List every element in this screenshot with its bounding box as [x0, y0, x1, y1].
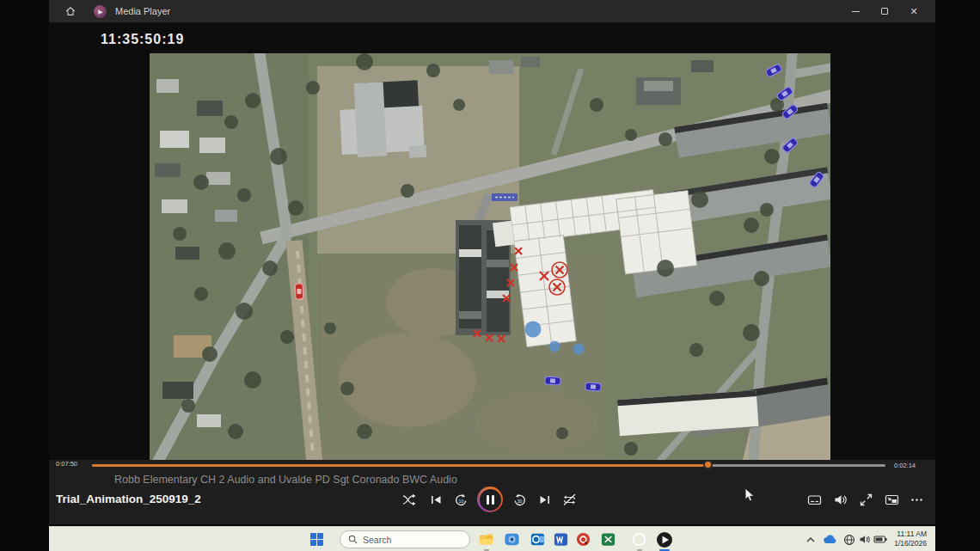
- app-title: Media Player: [115, 6, 170, 16]
- media-player-window: ▶ Media Player ✕ 11:35:50:19: [49, 0, 935, 524]
- taskbar-app-excel[interactable]: [599, 530, 617, 548]
- shuffle-icon: [402, 493, 417, 507]
- close-icon: ✕: [910, 6, 917, 17]
- skip-back-10-icon: 10: [454, 493, 469, 507]
- battery-icon: [873, 535, 887, 544]
- skip-forward-30-icon: 30: [512, 493, 527, 507]
- word-app-icon: [553, 531, 569, 548]
- home-icon: [64, 5, 77, 17]
- seek-thumb[interactable]: [703, 460, 713, 469]
- skip-forward-button[interactable]: 30: [511, 492, 527, 507]
- video-timestamp-overlay: 11:35:50:19: [101, 32, 184, 47]
- maximize-button[interactable]: [870, 0, 899, 22]
- red-vehicle: [295, 284, 303, 299]
- subtitles-icon: [807, 493, 822, 507]
- subtitles-button[interactable]: [806, 492, 822, 507]
- fullscreen-icon: [859, 493, 873, 507]
- titlebar: ▶ Media Player ✕: [49, 0, 935, 22]
- fullscreen-button[interactable]: [858, 492, 873, 507]
- robb-elementary-aerial-view: [150, 53, 830, 460]
- repeat-off-icon: [562, 493, 577, 507]
- next-button[interactable]: [536, 492, 552, 507]
- minimize-icon: [852, 11, 860, 12]
- volume-icon: [833, 493, 848, 507]
- excel-app-icon: [600, 531, 616, 548]
- tray-onedrive[interactable]: [822, 530, 837, 548]
- chevron-up-icon: [806, 536, 815, 543]
- audio-caption: Robb Elementary CH 2 Audio and Uvalde PD…: [114, 474, 457, 486]
- more-icon: [910, 493, 924, 507]
- player-control-panel: 0:07:50 0:02:14 Robb Elementary CH 2 Aud…: [49, 460, 935, 524]
- red-app-icon: [575, 531, 591, 548]
- onedrive-cloud-icon: [823, 535, 836, 544]
- windows-start-icon: [310, 533, 323, 546]
- network-globe-icon: [843, 534, 855, 546]
- previous-icon: [429, 493, 444, 507]
- taskbar: Search: [49, 526, 935, 551]
- clock-time: 11:11 AM: [894, 530, 927, 539]
- start-button[interactable]: [308, 530, 326, 548]
- next-icon: [537, 493, 552, 507]
- minimize-button[interactable]: [841, 0, 870, 22]
- desktop-screen: ▶ Media Player ✕ 11:35:50:19: [0, 0, 980, 551]
- taskbar-app-outlook[interactable]: [529, 530, 547, 548]
- remaining-time: 0:02:14: [894, 462, 916, 469]
- file-explorer-icon: [478, 531, 494, 548]
- seek-progress: [92, 464, 707, 467]
- skip-back-button[interactable]: 10: [453, 492, 469, 507]
- svg-text:30: 30: [517, 498, 522, 503]
- taskbar-app-file-explorer[interactable]: [477, 530, 495, 548]
- clock-date: 1/16/2026: [894, 539, 927, 548]
- tray-battery[interactable]: [872, 530, 889, 548]
- circle-app-icon: [631, 531, 647, 548]
- svg-text:10: 10: [458, 498, 463, 503]
- search-placeholder: Search: [363, 535, 391, 545]
- camera-app-icon: [504, 531, 520, 548]
- mini-player-button[interactable]: [884, 492, 899, 507]
- repeat-button[interactable]: [561, 492, 577, 507]
- tray-volume-icon: [859, 534, 871, 545]
- previous-button[interactable]: [428, 492, 444, 507]
- elapsed-time: 0:07:50: [56, 460, 77, 468]
- taskbar-search[interactable]: Search: [340, 530, 470, 548]
- media-player-taskbar-icon: [656, 531, 673, 548]
- pause-icon: [480, 489, 501, 511]
- track-title: Trial_Animation_250919_2: [56, 493, 201, 505]
- home-button[interactable]: [59, 3, 82, 20]
- video-surface[interactable]: 11:35:50:19: [49, 22, 935, 460]
- media-player-logo-icon: ▶: [94, 5, 107, 18]
- taskbar-app-media-player[interactable]: [655, 530, 673, 548]
- tray-volume[interactable]: [857, 530, 873, 548]
- taskbar-app-blue-camera[interactable]: [503, 530, 521, 548]
- tray-clock[interactable]: 11:11 AM 1/16/2026: [894, 530, 927, 548]
- close-button[interactable]: ✕: [899, 0, 928, 22]
- taskbar-app-word[interactable]: [552, 530, 570, 548]
- shuffle-button[interactable]: [401, 492, 417, 507]
- pause-button[interactable]: [477, 487, 503, 512]
- maximize-icon: [881, 8, 888, 15]
- street-label: [492, 193, 518, 201]
- taskbar-app-recorder[interactable]: [630, 530, 648, 548]
- outlook-icon: [530, 531, 546, 548]
- taskbar-app-red[interactable]: [574, 530, 592, 548]
- mouse-cursor-icon: [744, 487, 756, 506]
- volume-button[interactable]: [832, 492, 848, 507]
- mini-player-icon: [885, 493, 899, 507]
- tray-network[interactable]: [842, 530, 857, 548]
- aerial-map-frame: [150, 53, 830, 460]
- more-options-button[interactable]: [909, 492, 924, 507]
- tray-chevron[interactable]: [804, 530, 818, 548]
- seek-bar[interactable]: [92, 464, 885, 467]
- search-icon: [348, 535, 358, 544]
